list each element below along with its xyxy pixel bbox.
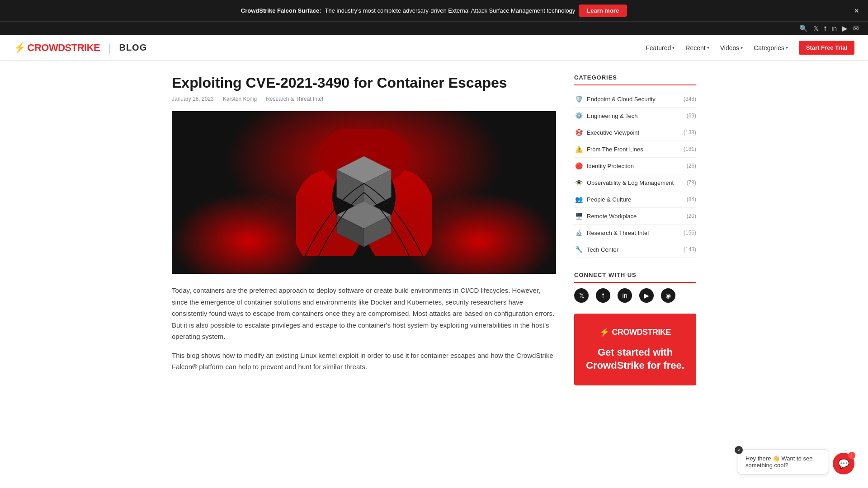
facebook-social-icon[interactable]: f <box>596 288 610 303</box>
youtube-social-icon[interactable]: ▶ <box>639 288 654 303</box>
nav-recent-label: Recent <box>685 44 705 52</box>
categories-title: CATEGORIES <box>574 74 696 85</box>
endpoint-cloud-count: (348) <box>684 96 696 102</box>
chevron-down-icon: ▾ <box>707 45 709 50</box>
logo-divider: | <box>108 42 111 54</box>
identity-protection-icon: 🔴 <box>574 161 583 170</box>
search-icon[interactable]: 🔍 <box>799 24 808 33</box>
social-icons: 𝕏 f in ▶ ◉ <box>574 288 696 303</box>
endpoint-cloud-label: Endpoint & Cloud Security <box>587 96 656 103</box>
article-paragraph-1: Today, containers are the preferred appr… <box>172 285 556 343</box>
categories-section: CATEGORIES 🛡️ Endpoint & Cloud Security … <box>574 74 696 258</box>
chevron-down-icon: ▾ <box>786 45 788 50</box>
front-lines-count: (181) <box>684 146 696 152</box>
connect-section: CONNECT WITH US 𝕏 f in ▶ ◉ <box>574 272 696 303</box>
category-endpoint-cloud[interactable]: 🛡️ Endpoint & Cloud Security (348) <box>574 91 696 108</box>
blog-label: BLOG <box>119 42 147 53</box>
logo-name: CROWDSTRIKE <box>28 42 100 54</box>
cube-svg <box>296 129 432 256</box>
linkedin-icon[interactable]: in <box>831 24 837 33</box>
main-content: Exploiting CVE-2021-3490 for Container E… <box>163 61 705 399</box>
social-bar: 🔍 𝕏 f in ▶ ✉ <box>0 21 868 35</box>
identity-protection-label: Identity Protection <box>587 163 634 169</box>
people-culture-count: (84) <box>687 196 696 202</box>
ad-logo: ⚡ CROWDSTRIKE <box>583 327 687 337</box>
category-observability[interactable]: 👁️ Observability & Log Management (79) <box>574 174 696 191</box>
research-threat-icon: 🔬 <box>574 228 583 237</box>
article-meta: January 18, 2023 Karsten König Research … <box>172 96 556 102</box>
engineering-tech-label: Engineering & Tech <box>587 113 638 119</box>
observability-icon: 👁️ <box>574 178 583 187</box>
nav-videos[interactable]: Videos ▾ <box>720 44 743 52</box>
sidebar: CATEGORIES 🛡️ Endpoint & Cloud Security … <box>574 74 696 385</box>
category-tech-center[interactable]: 🔧 Tech Center (143) <box>574 241 696 258</box>
research-threat-count: (156) <box>684 230 696 236</box>
tech-center-count: (143) <box>684 246 696 253</box>
top-banner: CrowdStrike Falcon Surface: The industry… <box>0 0 868 21</box>
category-list: 🛡️ Endpoint & Cloud Security (348) ⚙️ En… <box>574 91 696 258</box>
article-title: Exploiting CVE-2021-3490 for Container E… <box>172 74 556 91</box>
executive-viewpoint-count: (138) <box>684 129 696 136</box>
chevron-down-icon: ▾ <box>741 45 743 50</box>
twitter-icon[interactable]: 𝕏 <box>813 24 819 33</box>
remote-workplace-label: Remote Workplace <box>587 213 637 220</box>
article-author[interactable]: Karsten König <box>223 96 257 102</box>
ad-logo-text: CROWDSTRIKE <box>612 328 671 337</box>
twitter-social-icon[interactable]: 𝕏 <box>574 288 589 303</box>
article: Exploiting CVE-2021-3490 for Container E… <box>172 74 556 385</box>
observability-count: (79) <box>687 179 696 186</box>
youtube-icon[interactable]: ▶ <box>842 24 848 33</box>
hero-image <box>172 111 556 274</box>
connect-title: CONNECT WITH US <box>574 272 696 283</box>
nav-recent[interactable]: Recent ▾ <box>685 44 709 52</box>
article-category[interactable]: Research & Threat Intel <box>266 96 323 102</box>
identity-protection-count: (26) <box>687 163 696 169</box>
executive-viewpoint-label: Executive Viewpoint <box>587 129 639 136</box>
nav-categories[interactable]: Categories ▾ <box>754 44 788 52</box>
logo-area: ⚡ CROWDSTRIKE | BLOG <box>14 42 147 54</box>
banner-message: The industry's most complete adversary-d… <box>325 7 576 14</box>
observability-label: Observability & Log Management <box>587 179 674 186</box>
article-body: Today, containers are the preferred appr… <box>172 285 556 373</box>
email-icon[interactable]: ✉ <box>853 24 859 33</box>
people-culture-label: People & Culture <box>587 196 631 203</box>
start-free-trial-button[interactable]: Start Free Trial <box>799 41 854 55</box>
category-research-threat[interactable]: 🔬 Research & Threat Intel (156) <box>574 225 696 241</box>
nav-videos-label: Videos <box>720 44 740 52</box>
tech-center-label: Tech Center <box>587 246 618 253</box>
category-engineering-tech[interactable]: ⚙️ Engineering & Tech (69) <box>574 108 696 124</box>
people-culture-icon: 👥 <box>574 195 583 204</box>
facebook-icon[interactable]: f <box>824 24 826 33</box>
logo[interactable]: ⚡ CROWDSTRIKE <box>14 42 100 54</box>
remote-workplace-count: (20) <box>687 213 696 219</box>
navbar: ⚡ CROWDSTRIKE | BLOG Featured ▾ Recent ▾… <box>0 35 868 61</box>
category-executive-viewpoint[interactable]: 🎯 Executive Viewpoint (138) <box>574 124 696 141</box>
ad-banner: ⚡ CROWDSTRIKE Get started with CrowdStri… <box>574 314 696 385</box>
linkedin-social-icon[interactable]: in <box>618 288 632 303</box>
category-people-culture[interactable]: 👥 People & Culture (84) <box>574 191 696 208</box>
ad-headline: Get started with CrowdStrike for free. <box>583 346 687 372</box>
research-threat-label: Research & Threat Intel <box>587 230 649 236</box>
chevron-down-icon: ▾ <box>672 45 675 50</box>
rss-social-icon[interactable]: ◉ <box>661 288 675 303</box>
remote-workplace-icon: 🖥️ <box>574 211 583 221</box>
engineering-tech-icon: ⚙️ <box>574 111 583 120</box>
article-paragraph-2: This blog shows how to modify an existin… <box>172 350 556 373</box>
category-front-lines[interactable]: ⚠️ From The Front Lines (181) <box>574 141 696 158</box>
article-date: January 18, 2023 <box>172 96 214 102</box>
hero-graphic <box>172 111 556 274</box>
front-lines-label: From The Front Lines <box>587 146 643 153</box>
front-lines-icon: ⚠️ <box>574 145 583 154</box>
engineering-tech-count: (69) <box>687 113 696 119</box>
learn-more-button[interactable]: Learn more <box>579 5 627 17</box>
close-banner-button[interactable]: × <box>854 7 859 15</box>
logo-icon: ⚡ <box>14 42 26 54</box>
endpoint-cloud-icon: 🛡️ <box>574 94 583 103</box>
banner-brand: CrowdStrike Falcon Surface: <box>241 7 321 14</box>
executive-viewpoint-icon: 🎯 <box>574 128 583 137</box>
category-remote-workplace[interactable]: 🖥️ Remote Workplace (20) <box>574 208 696 225</box>
category-identity-protection[interactable]: 🔴 Identity Protection (26) <box>574 158 696 174</box>
nav-links: Featured ▾ Recent ▾ Videos ▾ Categories … <box>646 41 854 55</box>
nav-featured[interactable]: Featured ▾ <box>646 44 675 52</box>
nav-featured-label: Featured <box>646 44 671 52</box>
